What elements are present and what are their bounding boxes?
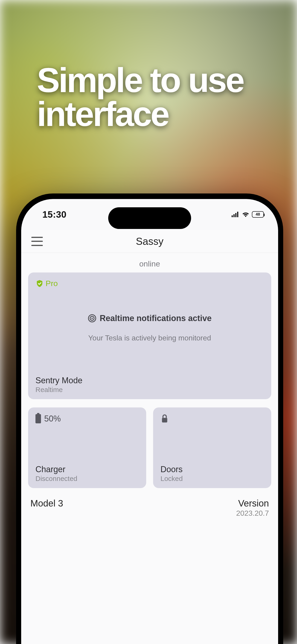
pro-badge: Pro (36, 279, 264, 288)
svg-rect-3 (162, 418, 168, 422)
dynamic-island (108, 207, 191, 229)
sentry-title: Realtime notifications active (100, 314, 212, 323)
phone-screen: 15:30 48 Sassy online (21, 199, 278, 644)
doors-label: Doors (160, 464, 183, 474)
version-label: Version (236, 498, 269, 508)
doors-footer: Doors Locked (160, 464, 183, 482)
sentry-mode-card[interactable]: Pro Realtime notifications active Your T… (28, 272, 271, 399)
app-content: Sassy online Pro (21, 230, 278, 644)
charger-label: Charger (36, 464, 77, 474)
headline-line2: interface (37, 95, 168, 133)
vehicle-model: Model 3 (30, 498, 63, 508)
headline-line1: Simple to use (37, 61, 243, 100)
doors-top (160, 414, 264, 423)
hamburger-icon (31, 237, 43, 238)
pro-label: Pro (46, 279, 58, 288)
charger-sub: Disconnected (36, 475, 77, 482)
wifi-icon (242, 212, 249, 217)
svg-point-2 (92, 318, 93, 319)
marketing-headline: Simple to use interface (37, 63, 243, 131)
cards-row: 50% Charger Disconnected (28, 408, 271, 488)
doors-sub: Locked (160, 475, 183, 482)
online-status: online (21, 253, 278, 272)
charger-top: 50% (36, 414, 139, 424)
info-row: Model 3 Version 2023.20.7 (28, 498, 271, 518)
status-right: 48 (232, 211, 264, 218)
lock-icon (160, 414, 169, 423)
charger-card[interactable]: 50% Charger Disconnected (28, 408, 146, 488)
doors-card[interactable]: Doors Locked (153, 408, 271, 488)
sentry-footer-label: Sentry Mode (36, 376, 82, 385)
status-time: 15:30 (42, 209, 66, 220)
sentry-footer: Sentry Mode Realtime (36, 376, 82, 394)
phone-frame: 15:30 48 Sassy online (16, 194, 283, 644)
page-title: Sassy (136, 236, 164, 247)
battery-percent: 48 (256, 212, 260, 217)
main-body: Pro Realtime notifications active Your T… (21, 272, 278, 518)
battery-icon (36, 414, 41, 423)
shield-check-icon (36, 280, 44, 288)
sentry-subtitle: Your Tesla is actively being monitored (88, 334, 211, 342)
cellular-signal-icon (232, 212, 240, 217)
app-header: Sassy (21, 230, 278, 253)
sentry-center: Realtime notifications active Your Tesla… (28, 314, 271, 342)
version-block: Version 2023.20.7 (236, 498, 269, 518)
version-value: 2023.20.7 (236, 509, 269, 518)
target-icon (88, 314, 96, 323)
battery-status-icon: 48 (252, 211, 264, 218)
menu-button[interactable] (31, 237, 43, 246)
battery-text: 50% (44, 414, 61, 424)
sentry-footer-sub: Realtime (36, 386, 82, 394)
charger-footer: Charger Disconnected (36, 464, 77, 482)
